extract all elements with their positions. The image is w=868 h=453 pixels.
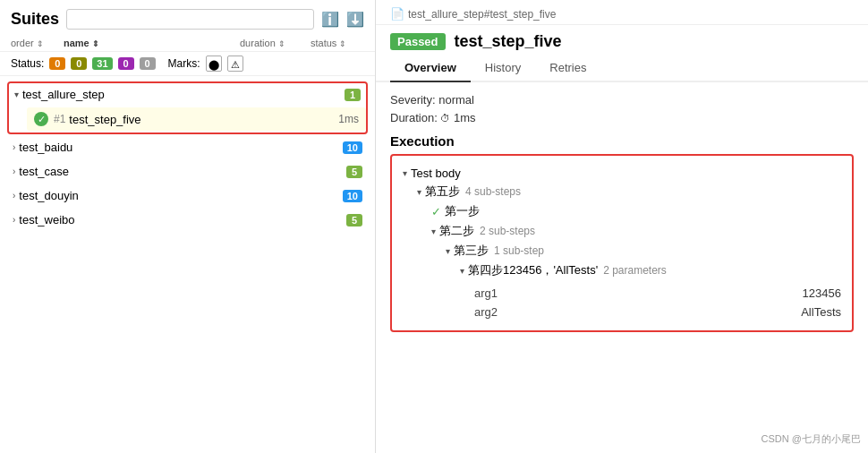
param-row-arg2: arg2 AllTests xyxy=(474,303,841,321)
download-icon[interactable]: ⬇️ xyxy=(346,11,364,28)
tree-item-step3: ▾ 第三步 1 sub-step xyxy=(403,241,841,261)
col-name[interactable]: name ⇕ xyxy=(64,38,236,48)
suite-count-case: 5 xyxy=(346,166,362,178)
step3-text: 第三步 xyxy=(454,243,489,259)
suite-items-allure-step: ✓ #1 test_step_five 1ms xyxy=(9,106,366,132)
step5-meta: 4 sub-steps xyxy=(465,185,521,198)
step4-text: 第四步123456，'AllTests' xyxy=(468,262,598,278)
badge-skipped[interactable]: 0 xyxy=(118,57,134,70)
param-val-arg1: 123456 xyxy=(803,286,841,300)
marks-label: Marks: xyxy=(168,57,200,70)
step2-text: 第二步 xyxy=(439,223,474,239)
suite-group-header-weibo[interactable]: › test_weibo 5 xyxy=(7,209,368,231)
suite-name-allure-step: test_allure_step xyxy=(22,88,345,101)
badge-passed[interactable]: 31 xyxy=(92,57,112,70)
suite-group-weibo: › test_weibo 5 xyxy=(7,209,368,231)
param-val-arg2: AllTests xyxy=(801,305,841,319)
suite-count-weibo: 5 xyxy=(346,214,362,226)
execution-box: ▾ Test body ▾ 第五步 4 sub-steps ✓ 第一步 xyxy=(390,154,854,332)
badge-failed[interactable]: 0 xyxy=(49,57,65,70)
col-duration[interactable]: duration ⇕ xyxy=(240,38,307,48)
tab-bar: Overview History Retries xyxy=(376,55,868,82)
badge-broken[interactable]: 0 xyxy=(71,57,87,70)
mark-triangle-icon[interactable]: ⚠ xyxy=(227,56,243,72)
breadcrumb-text: test_allure_step#test_step_five xyxy=(408,8,556,21)
filter-row: Status: 0 0 31 0 0 Marks: ⬤ ⚠ xyxy=(0,52,375,76)
sort-status-icon: ⇕ xyxy=(339,39,346,48)
suite-group-header-allure-step[interactable]: ▾ test_allure_step 1 xyxy=(9,83,366,106)
suite-count-douyin: 10 xyxy=(343,190,362,202)
check-icon: ✓ xyxy=(431,205,441,218)
sort-order-icon: ⇕ xyxy=(37,39,44,48)
passed-badge: Passed xyxy=(390,33,446,50)
item-name: test_step_five xyxy=(69,113,338,126)
search-input[interactable] xyxy=(66,9,314,30)
chevron-right-icon: › xyxy=(13,142,15,152)
tree-item-test-body: ▾ Test body xyxy=(403,165,841,182)
suite-group-allure-step: ▾ test_allure_step 1 ✓ #1 test_step_five… xyxy=(7,81,368,134)
tab-retries[interactable]: Retries xyxy=(535,55,600,82)
right-panel: 📄 test_allure_step#test_step_five Passed… xyxy=(376,0,868,453)
duration-value: 1ms xyxy=(454,111,476,124)
suite-count-allure-step: 1 xyxy=(345,89,361,101)
suite-group-header-douyin[interactable]: › test_douyin 10 xyxy=(7,184,368,207)
execution-title: Execution xyxy=(390,133,854,149)
status-filter-label: Status: xyxy=(11,57,44,70)
suite-group-baidu: › test_baidu 10 xyxy=(7,136,368,158)
suite-group-header-case[interactable]: › test_case 5 xyxy=(7,160,368,183)
content-area: Severity: normal Duration: ⏱ 1ms Executi… xyxy=(376,82,868,453)
chevron-down-icon: ▾ xyxy=(14,90,19,99)
info-icon[interactable]: ℹ️ xyxy=(321,11,339,28)
suite-name-baidu: test_baidu xyxy=(19,141,342,154)
tree-item-step1: ✓ 第一步 xyxy=(403,201,841,221)
file-icon: 📄 xyxy=(390,7,404,21)
params-section: arg1 123456 arg2 AllTests xyxy=(403,284,841,321)
col-status[interactable]: status ⇕ xyxy=(311,38,364,48)
chevron-right-icon: › xyxy=(13,191,15,201)
tree-item-step4: ▾ 第四步123456，'AllTests' 2 parameters xyxy=(403,261,841,280)
step3-meta: 1 sub-step xyxy=(494,244,544,257)
tree-chevron-test-body[interactable]: ▾ xyxy=(403,168,407,178)
chevron-right-icon: › xyxy=(13,167,15,176)
severity-label: Severity: xyxy=(390,93,436,107)
tree-chevron-step4[interactable]: ▾ xyxy=(460,266,464,276)
tree-chevron-step3[interactable]: ▾ xyxy=(446,246,450,256)
suite-group-douyin: › test_douyin 10 xyxy=(7,184,368,207)
mark-circle-icon[interactable]: ⬤ xyxy=(206,56,222,72)
breadcrumb: 📄 test_allure_step#test_step_five xyxy=(376,0,868,25)
suite-count-baidu: 10 xyxy=(343,141,362,154)
watermark: CSDN @七月的小尾巴 xyxy=(762,432,861,446)
param-key-arg1: arg1 xyxy=(474,286,498,300)
step2-meta: 2 sub-steps xyxy=(480,225,535,237)
chevron-right-icon: › xyxy=(13,215,15,225)
step4-meta: 2 parameters xyxy=(603,264,667,277)
table-header: order ⇕ name ⇕ duration ⇕ status ⇕ xyxy=(0,35,375,52)
col-order[interactable]: order ⇕ xyxy=(11,38,60,48)
step1-text: 第一步 xyxy=(445,203,480,219)
sort-duration-icon: ⇕ xyxy=(278,39,285,48)
clock-icon: ⏱ xyxy=(440,113,450,124)
tree-item-step5: ▾ 第五步 4 sub-steps xyxy=(403,182,841,201)
suites-header: Suites ℹ️ ⬇️ xyxy=(0,0,375,35)
duration-row: Duration: ⏱ 1ms xyxy=(390,111,854,124)
badge-unknown[interactable]: 0 xyxy=(140,57,156,70)
severity-value: normal xyxy=(438,93,474,107)
suite-group-case: › test_case 5 xyxy=(7,160,368,183)
step5-text: 第五步 xyxy=(425,184,460,200)
tree-chevron-step5[interactable]: ▾ xyxy=(417,187,421,197)
item-duration: 1ms xyxy=(338,113,359,125)
list-item[interactable]: ✓ #1 test_step_five 1ms xyxy=(27,107,366,131)
sort-name-icon: ⇕ xyxy=(92,39,99,48)
tab-history[interactable]: History xyxy=(471,55,535,82)
tree-item-step2: ▾ 第二步 2 sub-steps xyxy=(403,221,841,241)
duration-label: Duration: xyxy=(390,111,438,124)
test-title: test_step_five xyxy=(455,32,562,51)
tab-overview[interactable]: Overview xyxy=(390,55,471,82)
pass-icon: ✓ xyxy=(34,112,48,126)
param-key-arg2: arg2 xyxy=(474,305,498,319)
suite-list: ▾ test_allure_step 1 ✓ #1 test_step_five… xyxy=(0,76,375,453)
tree-chevron-step2[interactable]: ▾ xyxy=(431,226,436,236)
suite-group-header-baidu[interactable]: › test_baidu 10 xyxy=(7,136,368,158)
suite-name-case: test_case xyxy=(19,165,346,178)
test-header: Passed test_step_five xyxy=(376,25,868,55)
